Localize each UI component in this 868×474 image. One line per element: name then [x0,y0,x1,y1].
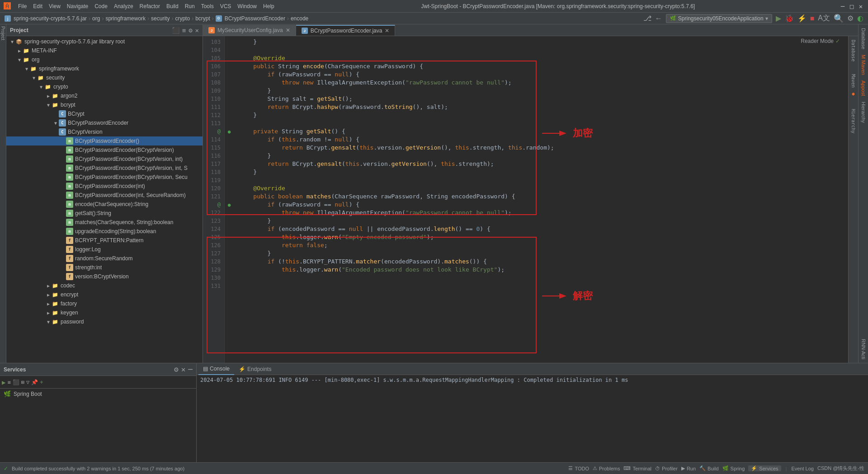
close-button[interactable]: ✕ [857,3,864,10]
services-run-icon[interactable]: ▶ [2,379,5,386]
tree-item-upgradeencoding[interactable]: m upgradeEncoding(String):boolean [6,227,203,236]
status-run[interactable]: ▶ Run [681,465,696,471]
services-spring-boot[interactable]: 🌿 Spring Boot [0,389,196,399]
menu-view[interactable]: View [46,2,63,10]
tree-item-constructor1[interactable]: m BCryptPasswordEncoder(BCryptVersion) [6,145,203,155]
breadcrumb-class[interactable]: BCryptPasswordEncoder [225,15,285,22]
status-todo[interactable]: ☰ TODO [568,465,589,471]
menu-tools[interactable]: Tools [198,2,217,10]
breadcrumb-security[interactable]: security [151,15,170,22]
breadcrumb-jar[interactable]: spring-security-crypto-5.7.6.jar [14,15,87,22]
tree-item-getsalt[interactable]: m getSalt():String [6,209,203,218]
breadcrumb-springframework[interactable]: springframework [105,15,146,22]
menu-refactor[interactable]: Refactor [137,2,163,10]
tree-item-constructor4[interactable]: m BCryptPasswordEncoder(BCryptVersion, S… [6,173,203,182]
debug-button[interactable]: 🐞 [785,14,794,23]
breadcrumb-crypto[interactable]: crypto [175,15,190,22]
services-close-icon[interactable]: ✕ [181,365,186,374]
breadcrumb-method[interactable]: encode [291,15,308,22]
activity-project[interactable]: Project [0,24,5,42]
tree-item-logger[interactable]: f logger:Log [6,245,203,254]
tree-item-pattern[interactable]: f BCRYPT_PATTERN:Pattern [6,236,203,245]
tree-item-bcryptversion[interactable]: C BCryptVersion [6,127,203,136]
tree-item-keygen[interactable]: ▶ 📁 keygen [6,308,203,317]
services-pin-icon[interactable]: 📌 [31,379,38,385]
translate-button[interactable]: A文 [818,14,830,23]
tree-item-encode[interactable]: m encode(CharSequence):String [6,200,203,209]
tree-item-bcrypt[interactable]: ▼ 📁 bcrypt [6,100,203,109]
services-expand-icon[interactable]: ≡ [7,379,10,385]
tree-item-argon2[interactable]: ▶ 📁 argon2 [6,91,203,100]
breadcrumb-bcrypt[interactable]: bcrypt [195,15,210,22]
tab-console[interactable]: ▤ Console [198,363,234,375]
maven-tool[interactable]: Maven [851,74,856,88]
hierarchy-btn[interactable]: Hierarchy [860,100,867,125]
tree-item-constructor2[interactable]: m BCryptPasswordEncoder(BCryptVersion, i… [6,155,203,164]
tree-item-version[interactable]: f version:BCryptVersion [6,272,203,281]
menu-run[interactable]: Run [182,2,198,10]
services-minus-icon[interactable]: ─ [188,365,193,374]
back-icon[interactable]: ← [655,14,662,23]
expand-icon[interactable]: ≡ [182,27,186,34]
tree-item-bcryptpe[interactable]: ▼ C BCryptPasswordEncoder [6,118,203,127]
menu-window[interactable]: Window [235,2,259,10]
status-services[interactable]: ⚡ Services [748,465,781,471]
status-profiler[interactable]: ⏱ Profiler [655,466,678,471]
reader-mode-button[interactable]: Reader Mode ✓ [801,38,840,44]
tab-endpoints[interactable]: ⚡ Endpoints [234,363,276,375]
menu-file[interactable]: File [15,2,29,10]
database-btn[interactable]: Database [860,26,867,51]
tree-item-constructor3[interactable]: m BCryptPasswordEncoder(BCryptVersion, i… [6,164,203,173]
collapse-all-icon[interactable]: ⬛ [172,27,179,34]
menu-build[interactable]: Build [164,2,181,10]
breadcrumb-org[interactable]: org [92,15,100,22]
event-log[interactable]: Event Log [791,466,814,471]
maven-btn[interactable]: M Maven [860,53,867,77]
minimize-button[interactable]: ─ [839,3,846,10]
search-button[interactable]: 🔍 [834,14,844,23]
tab-close-button[interactable]: ✕ [385,28,389,34]
tree-item-constructor6[interactable]: m BCryptPasswordEncoder(int, SecureRando… [6,191,203,200]
services-grid-icon[interactable]: ⊞ [21,379,24,385]
tree-item-factory[interactable]: ▶ 📁 factory [6,299,203,308]
tree-item-metainf[interactable]: ▶ 📁 META-INF [6,46,203,55]
maximize-button[interactable]: □ [848,3,855,10]
tree-item-strength[interactable]: f strength:int [6,263,203,272]
settings-icon[interactable]: ⚙ [847,14,854,23]
tree-item-security[interactable]: ▼ 📁 security [6,73,203,82]
stop-button[interactable]: ■ [810,14,815,23]
menu-edit[interactable]: Edit [30,2,45,10]
tree-item-jar[interactable]: ▼ 📦 spring-security-crypto-5.7.6.jar lib… [6,37,203,46]
tab-close-button[interactable]: ✕ [286,27,290,33]
tree-item-password[interactable]: ▼ 📁 password [6,317,203,326]
status-terminal[interactable]: ⌨ Terminal [623,465,651,471]
tree-item-constructor0[interactable]: m BCryptPasswordEncoder() [6,136,203,145]
menu-vcs[interactable]: VCS [217,2,234,10]
services-collapse-icon[interactable]: ⬛ [13,379,19,385]
status-spring[interactable]: 🌿 Spring [722,465,745,471]
menu-analyze[interactable]: Analyze [111,2,136,10]
status-problems[interactable]: ⚠ Problems [593,465,620,471]
theme-icon[interactable]: ◐ [857,14,863,23]
tree-item-crypto[interactable]: ▼ 📁 crypto [6,82,203,91]
menu-help[interactable]: Help [260,2,277,10]
tree-item-constructor5[interactable]: m BCryptPasswordEncoder(int) [6,182,203,191]
build-status[interactable]: Build completed successfully with 2 warn… [12,466,184,471]
tree-item-springframework[interactable]: ▼ 📁 springframework [6,64,203,73]
database-tool[interactable]: Database [851,40,856,61]
status-build[interactable]: 🔨 Build [699,465,718,471]
tab-mysecurity[interactable]: J MySecurityUserConfig.java ✕ [203,25,296,36]
vcs-icon[interactable]: ⎇ [643,14,651,23]
appost-btn[interactable]: Appost [860,79,867,98]
tree-item-random[interactable]: f random:SecureRandom [6,254,203,263]
services-add-icon[interactable]: + [40,379,43,385]
close-sidebar-icon[interactable]: ✕ [195,27,199,34]
tree-item-org[interactable]: ▼ 📁 org [6,55,203,64]
appost-tool[interactable]: ● [852,91,854,96]
csdn-label[interactable]: CSDN @情头先生-性 [817,465,864,472]
menu-navigate[interactable]: Navigate [64,2,91,10]
hierarchy-tool[interactable]: Hierarchy [851,109,856,133]
services-filter-icon[interactable]: ▽ [26,379,29,385]
run-configuration[interactable]: 🌿 Springsecurity05EncodeApplication ▾ [666,14,772,23]
services-settings-icon[interactable]: ⚙ [174,365,179,374]
